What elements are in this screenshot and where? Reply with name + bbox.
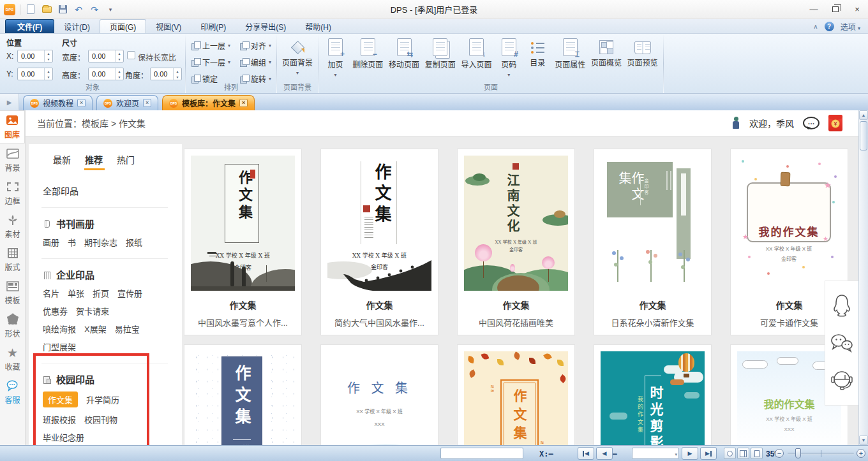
height-input[interactable]: 0.00 ▲▼ [88,68,124,80]
page-number-field[interactable]: ▾ [632,448,679,459]
zoom-slider-thumb[interactable] [795,448,801,458]
collapse-ribbon-button[interactable]: ∧ [813,23,818,30]
filter-item[interactable]: 折页 [93,287,109,299]
panel-expand-button[interactable]: ▶ [0,94,19,110]
last-page-button[interactable]: ▶ [700,447,717,460]
headset-support-icon[interactable] [830,369,854,393]
y-input[interactable]: 0.00 ▲▼ [17,68,53,80]
filter-item[interactable]: 名片 [43,287,59,299]
menu-help[interactable]: 帮助(H) [296,19,341,33]
spin-down-icon[interactable]: ▼ [45,56,52,62]
qq-contact-icon[interactable] [831,293,853,319]
vertical-scrollbar[interactable]: ▲ ▼ [858,110,868,445]
menu-view[interactable]: 视图(V) [146,19,191,33]
filter-item[interactable]: 画册 [43,236,59,248]
zoom-out-button[interactable]: − [775,449,784,458]
spin-up-icon[interactable]: ▲ [174,68,181,74]
spinner-arrows[interactable]: ▲▼ [115,68,123,80]
filter-item[interactable]: 升学简历 [86,393,119,406]
scroll-up-button[interactable]: ▲ [859,110,868,120]
close-tab-icon[interactable]: × [239,99,248,107]
all-products-link[interactable]: 全部印品 [43,184,182,197]
angle-input[interactable]: 0.00 ▲▼ [150,68,182,80]
filter-item[interactable]: 单张 [68,287,84,299]
template-card-time-silhouette[interactable]: 时光剪影 我的作文集 [594,344,712,445]
sidebar-item-favorites[interactable]: ★ 收藏 [0,342,25,376]
spin-up-icon[interactable]: ▲ [45,68,52,74]
open-button[interactable] [41,4,52,15]
doc-tab-video-tutorial[interactable]: DPS 视频教程 × [23,95,93,110]
sidebar-item-background[interactable]: 背景 [0,143,25,177]
page-background-button[interactable]: 页面背景 ▾ [277,34,318,76]
sidebar-item-template[interactable]: 模板 [0,276,25,309]
filter-item[interactable]: 易拉宝 [115,323,140,335]
spin-up-icon[interactable]: ▲ [116,68,123,74]
filter-item[interactable]: 优惠券 [43,305,68,317]
redo-button[interactable]: ↷ [89,4,100,15]
sidebar-item-assets[interactable]: 素材 [0,210,25,243]
close-tab-icon[interactable]: × [77,99,86,107]
options-button[interactable]: 选项 ▾ [841,21,860,32]
menu-print[interactable]: 印刷(P) [191,19,236,33]
zoom-in-button[interactable]: + [857,449,865,458]
quick-access-menu-button[interactable]: ▾ [105,4,116,15]
keep-ratio-checkbox[interactable] [127,51,135,59]
wechat-contact-icon[interactable] [830,333,854,355]
spinner-arrows[interactable]: ▲▼ [173,68,181,80]
doc-tab-welcome[interactable]: DPS 欢迎页 × [96,95,158,110]
new-document-button[interactable] [25,4,36,15]
help-icon[interactable]: ? [825,22,834,31]
save-button[interactable] [57,4,68,15]
close-button[interactable]: × [846,1,868,18]
sidebar-item-gallery[interactable]: 图库 [0,110,25,143]
send-backward-button[interactable]: 下一层▾ [190,55,232,68]
sidebar-item-border[interactable]: 边框 [0,177,25,210]
spin-down-icon[interactable]: ▼ [116,74,123,80]
undo-button[interactable]: ↶ [73,4,84,15]
doc-tab-template-library[interactable]: DPS 模板库：作文集 × [162,95,255,110]
align-button[interactable]: 对齐▾ [238,39,273,52]
bring-forward-button[interactable]: 上一层▾ [190,39,232,52]
filter-item[interactable]: 报纸 [126,236,142,248]
sidebar-item-support[interactable]: 客服 [0,376,25,409]
spinner-arrows[interactable]: ▲▼ [44,68,52,80]
filter-item[interactable]: 门型展架 [43,340,76,353]
template-card-watercolor-blue[interactable]: 作 文 集 XX 学校 X 年级 X 班 XXX [320,344,438,445]
template-card-autumn-leaves[interactable]: 作文集 ≈≈ ≈≈ [457,344,575,445]
tab-hot[interactable]: 热门 [117,153,135,170]
tab-newest[interactable]: 最新 [53,153,71,170]
sidebar-item-layout[interactable]: 版式 [0,243,25,276]
message-icon[interactable]: … [803,117,819,129]
menu-design[interactable]: 设计(D) [54,19,100,33]
spinner-arrows[interactable]: ▲▼ [115,50,123,62]
tab-recommended[interactable]: 推荐 [85,153,103,170]
minimize-button[interactable]: — [803,1,825,18]
zoom-100-button[interactable] [724,448,736,459]
scrollbar-thumb[interactable] [860,121,867,150]
spin-up-icon[interactable]: ▲ [116,50,123,56]
filter-item[interactable]: 喷绘海报 [43,323,76,335]
menu-share-export[interactable]: 分享导出(S) [236,19,296,33]
filter-item[interactable]: 校园刊物 [84,413,117,425]
filter-item[interactable]: 班报校报 [43,413,76,425]
menu-page[interactable]: 页面(G) [100,19,146,33]
template-card-ink-personal[interactable]: 作文集 XX 学校 X 年级 X 班 金印客 作文集 中国风水墨写意个人作... [184,149,302,335]
close-tab-icon[interactable]: × [143,99,151,107]
x-input[interactable]: 0.00 ▲▼ [17,50,53,62]
template-card-ink-simple[interactable]: 作文集 XX 学校 X 年级 X 班 金印客 作文集 简约大气中国风水墨作... [320,149,438,335]
sidebar-item-shapes[interactable]: 形状 [0,309,25,342]
restore-button[interactable] [825,1,846,18]
template-card-navy-banner[interactable]: 作文集 XX 学校 X 年级 X 班 [184,344,302,445]
first-page-button[interactable]: ◀ [578,447,594,460]
spin-down-icon[interactable]: ▼ [45,74,52,80]
scroll-down-button[interactable]: ▼ [859,435,868,445]
spin-down-icon[interactable]: ▼ [116,56,123,62]
spin-up-icon[interactable]: ▲ [45,50,52,56]
single-page-view-button[interactable] [751,448,763,459]
filter-item[interactable]: 贺卡请柬 [76,305,109,317]
previous-page-button[interactable]: ◀ [596,447,613,460]
template-card-japanese-floral[interactable]: 作文集 金印客 作文集 [594,149,712,335]
facing-pages-view-button[interactable] [737,448,749,459]
spinner-arrows[interactable]: ▲▼ [44,50,52,62]
group-button[interactable]: 编组▾ [238,55,273,68]
